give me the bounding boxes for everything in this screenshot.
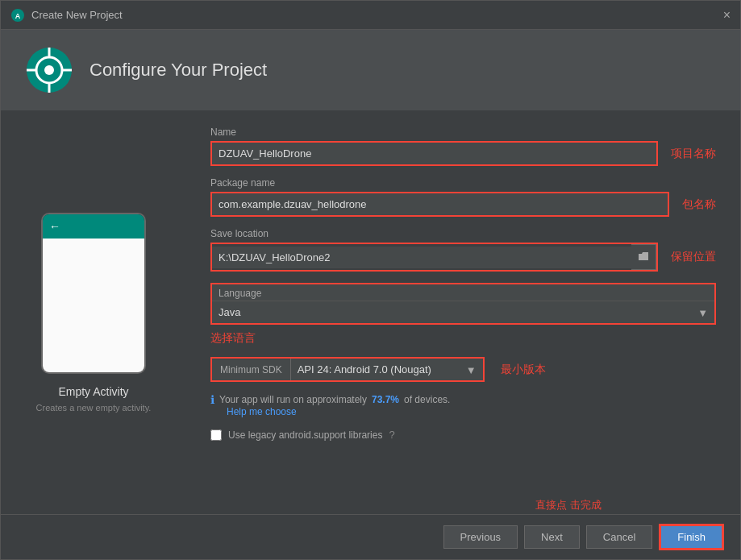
title-bar: A Create New Project × bbox=[1, 1, 740, 30]
svg-point-4 bbox=[44, 65, 54, 75]
package-name-row: 包名称 bbox=[210, 192, 716, 217]
phone-preview: ← bbox=[41, 213, 146, 374]
name-group: Name 项目名称 bbox=[210, 127, 716, 166]
legacy-checkbox-label: Use legacy android.support libraries bbox=[228, 429, 382, 441]
back-arrow-icon: ← bbox=[49, 220, 60, 233]
language-annotation: 选择语言 bbox=[210, 331, 256, 346]
legacy-checkbox[interactable] bbox=[210, 429, 222, 441]
devices-info-row: ℹ Your app will run on approximately 73.… bbox=[210, 393, 716, 406]
folder-icon bbox=[638, 252, 649, 262]
next-button[interactable]: Next bbox=[524, 525, 580, 549]
language-group: Language Java Kotlin ▼ 选择语言 bbox=[210, 283, 716, 346]
phone-status-bar: ← bbox=[43, 214, 144, 239]
name-row: 项目名称 bbox=[210, 141, 716, 166]
cancel-button[interactable]: Cancel bbox=[586, 525, 652, 549]
legacy-checkbox-row: Use legacy android.support libraries ? bbox=[210, 429, 716, 441]
sdk-select-wrapper: API 16: Android 4.1 (Jelly Bean) API 17:… bbox=[290, 359, 483, 380]
close-button[interactable]: × bbox=[723, 9, 731, 22]
package-name-label: Package name bbox=[210, 177, 716, 189]
name-label: Name bbox=[210, 127, 716, 138]
package-name-input[interactable] bbox=[210, 192, 669, 217]
devices-percent: 73.7% bbox=[372, 394, 399, 405]
min-sdk-row: Minimum SDK API 16: Android 4.1 (Jelly B… bbox=[210, 357, 716, 382]
save-location-label: Save location bbox=[210, 228, 716, 239]
devices-text1: Your app will run on approximately bbox=[219, 394, 367, 405]
language-select-box: Language Java Kotlin ▼ bbox=[210, 283, 716, 325]
info-icon: ℹ bbox=[210, 393, 214, 406]
legacy-help-icon[interactable]: ? bbox=[389, 429, 394, 441]
min-sdk-annotation: 最小版本 bbox=[501, 363, 546, 377]
browse-folder-button[interactable] bbox=[631, 244, 656, 270]
name-input[interactable] bbox=[210, 141, 658, 166]
help-link[interactable]: Help me choose bbox=[227, 406, 716, 417]
title-bar-left: A Create New Project bbox=[10, 8, 123, 23]
previous-button[interactable]: Previous bbox=[443, 525, 518, 549]
finish-button[interactable]: Finish bbox=[659, 524, 724, 550]
footer: 直接点 击完成 Previous Next Cancel Finish bbox=[1, 514, 740, 559]
phone-content-area bbox=[43, 239, 144, 372]
create-new-project-dialog: A Create New Project × Configure Your Pr… bbox=[0, 0, 741, 560]
devices-text2: of devices. bbox=[404, 394, 450, 405]
name-annotation: 项目名称 bbox=[671, 147, 716, 161]
right-panel: Name 项目名称 Package name 包名称 Save location bbox=[186, 110, 740, 514]
min-sdk-group: Minimum SDK API 16: Android 4.1 (Jelly B… bbox=[210, 357, 716, 382]
sdk-row: Minimum SDK API 16: Android 4.1 (Jelly B… bbox=[210, 357, 485, 382]
configure-project-icon bbox=[25, 46, 73, 94]
language-inner: Java Kotlin ▼ bbox=[212, 301, 714, 323]
language-label: Language bbox=[212, 284, 714, 301]
android-studio-icon: A bbox=[10, 8, 25, 23]
activity-desc: Creates a new empty activity. bbox=[36, 403, 152, 413]
activity-label: Empty Activity bbox=[58, 385, 128, 398]
save-location-row: 保留位置 bbox=[210, 243, 716, 272]
left-panel: ← Empty Activity Creates a new empty act… bbox=[1, 110, 186, 514]
min-sdk-select[interactable]: API 16: Android 4.1 (Jelly Bean) API 17:… bbox=[290, 359, 483, 380]
save-location-input[interactable] bbox=[212, 247, 631, 268]
language-select[interactable]: Java Kotlin bbox=[212, 301, 714, 323]
min-sdk-label: Minimum SDK bbox=[212, 359, 290, 380]
save-location-group: Save location 保留位置 bbox=[210, 228, 716, 272]
title-bar-title: Create New Project bbox=[31, 9, 123, 21]
save-location-annotation: 保留位置 bbox=[671, 250, 716, 264]
header: Configure Your Project bbox=[1, 30, 740, 110]
package-name-group: Package name 包名称 bbox=[210, 177, 716, 217]
header-title: Configure Your Project bbox=[90, 60, 267, 81]
package-name-annotation: 包名称 bbox=[682, 197, 716, 212]
devices-info-group: ℹ Your app will run on approximately 73.… bbox=[210, 393, 716, 417]
svg-text:A: A bbox=[15, 12, 21, 20]
content-area: ← Empty Activity Creates a new empty act… bbox=[1, 110, 740, 514]
